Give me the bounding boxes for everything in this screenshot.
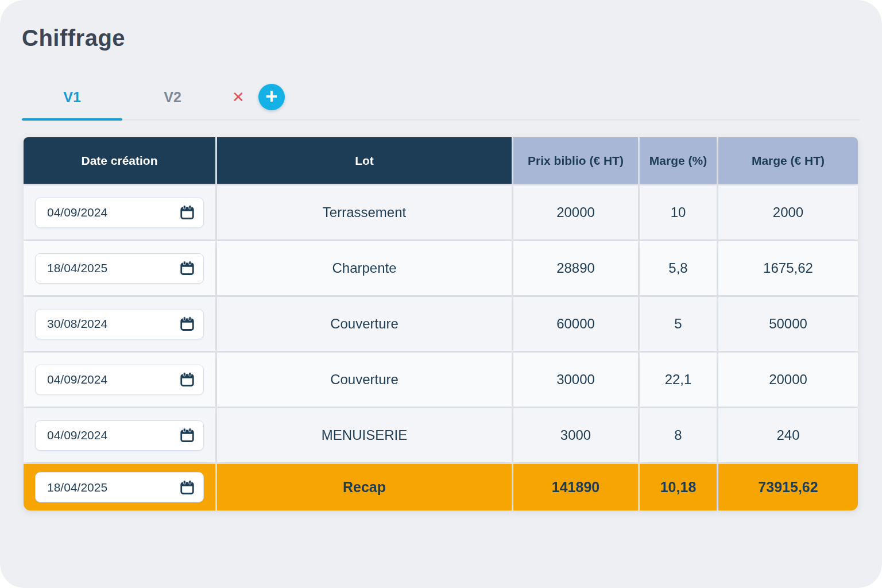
date-input[interactable]: 04/09/2024 bbox=[35, 420, 204, 451]
active-tab-indicator bbox=[22, 118, 122, 121]
tab-v1-label: V1 bbox=[63, 89, 81, 105]
column-header-marge-pct: Marge (%) bbox=[640, 137, 717, 184]
table-row: 04/09/2024 MENUISERIE 3000 8 240 bbox=[24, 408, 858, 462]
marge-pct-cell: 5,8 bbox=[640, 241, 717, 295]
date-input[interactable]: 04/09/2024 bbox=[35, 365, 204, 395]
prix-cell: 3000 bbox=[513, 408, 638, 462]
column-header-marge-eur: Marge (€ HT) bbox=[718, 137, 858, 184]
date-value: 04/09/2024 bbox=[47, 428, 107, 442]
recap-lot-cell: Recap bbox=[217, 464, 512, 510]
column-header-lot: Lot bbox=[217, 137, 512, 184]
prix-cell: 20000 bbox=[513, 185, 638, 239]
chiffrage-panel: Chiffrage V1 V2 ✕ + Date création Lot Pr… bbox=[0, 0, 882, 588]
date-input[interactable]: 18/04/2025 bbox=[35, 253, 204, 284]
calendar-icon[interactable] bbox=[179, 479, 195, 496]
recap-marge-pct-cell: 10,18 bbox=[640, 464, 717, 510]
lot-cell: Couverture bbox=[217, 297, 512, 351]
calendar-icon[interactable] bbox=[179, 316, 195, 332]
date-value: 04/09/2024 bbox=[47, 373, 107, 386]
date-cell: 30/08/2024 bbox=[24, 297, 215, 351]
recap-row: 18/04/2025 Recap 141890 10,18 73915,62 bbox=[24, 464, 858, 510]
column-header-prix-biblio: Prix biblio (€ HT) bbox=[513, 137, 638, 184]
tab-v1[interactable]: V1 bbox=[22, 89, 122, 106]
marge-eur-cell: 2000 bbox=[718, 185, 858, 239]
tab-v2[interactable]: V2 bbox=[122, 89, 223, 106]
table-row: 04/09/2024 Terrassement 20000 10 2000 bbox=[24, 185, 858, 239]
prix-cell: 28890 bbox=[513, 241, 638, 295]
date-value: 30/08/2024 bbox=[47, 317, 107, 331]
date-cell: 04/09/2024 bbox=[24, 408, 215, 462]
add-version-button[interactable]: + bbox=[258, 84, 285, 110]
marge-pct-cell: 22,1 bbox=[640, 353, 717, 407]
tab-v2-label: V2 bbox=[164, 89, 181, 105]
calendar-icon[interactable] bbox=[179, 260, 195, 276]
recap-marge-eur-cell: 73915,62 bbox=[718, 464, 858, 510]
date-value: 18/04/2025 bbox=[47, 481, 107, 494]
table-row: 30/08/2024 Couverture 60000 5 50000 bbox=[24, 297, 858, 351]
date-input[interactable]: 30/08/2024 bbox=[35, 309, 204, 339]
close-version-icon[interactable]: ✕ bbox=[232, 90, 245, 105]
version-tabs: V1 V2 ✕ + bbox=[22, 83, 860, 111]
marge-eur-cell: 50000 bbox=[718, 297, 858, 351]
table-row: 04/09/2024 Couverture 30000 22,1 20000 bbox=[24, 353, 858, 407]
lot-cell: Terrassement bbox=[217, 185, 512, 239]
date-input[interactable]: 18/04/2025 bbox=[35, 472, 204, 502]
marge-pct-cell: 5 bbox=[640, 297, 717, 351]
calendar-icon[interactable] bbox=[179, 372, 195, 388]
prix-cell: 30000 bbox=[513, 353, 638, 407]
recap-date-cell: 18/04/2025 bbox=[24, 464, 215, 510]
page-title: Chiffrage bbox=[22, 25, 860, 51]
lot-cell: MENUISERIE bbox=[217, 408, 512, 462]
column-header-date-creation: Date création bbox=[24, 137, 215, 184]
tabs-underline bbox=[22, 119, 860, 121]
date-cell: 04/09/2024 bbox=[24, 185, 215, 239]
lot-cell: Charpente bbox=[217, 241, 512, 295]
marge-eur-cell: 240 bbox=[718, 408, 858, 462]
plus-icon: + bbox=[265, 86, 277, 107]
date-cell: 18/04/2025 bbox=[24, 241, 215, 295]
marge-eur-cell: 20000 bbox=[718, 353, 858, 407]
date-input[interactable]: 04/09/2024 bbox=[35, 198, 204, 228]
prix-cell: 60000 bbox=[513, 297, 638, 351]
date-value: 04/09/2024 bbox=[47, 206, 107, 219]
date-cell: 04/09/2024 bbox=[24, 353, 215, 407]
calendar-icon[interactable] bbox=[179, 427, 195, 443]
chiffrage-table: Date création Lot Prix biblio (€ HT) Mar… bbox=[22, 136, 860, 512]
table-row: 18/04/2025 Charpente 28890 5,8 1675,62 bbox=[24, 241, 858, 295]
marge-pct-cell: 10 bbox=[640, 185, 717, 239]
marge-pct-cell: 8 bbox=[640, 408, 717, 462]
recap-prix-cell: 141890 bbox=[513, 464, 638, 510]
calendar-icon[interactable] bbox=[179, 204, 195, 220]
table-body: 04/09/2024 Terrassement 20000 10 2000 18… bbox=[24, 185, 858, 510]
marge-eur-cell: 1675,62 bbox=[718, 241, 858, 295]
lot-cell: Couverture bbox=[217, 353, 512, 407]
date-value: 18/04/2025 bbox=[47, 261, 107, 275]
header-row: Date création Lot Prix biblio (€ HT) Mar… bbox=[24, 137, 858, 184]
